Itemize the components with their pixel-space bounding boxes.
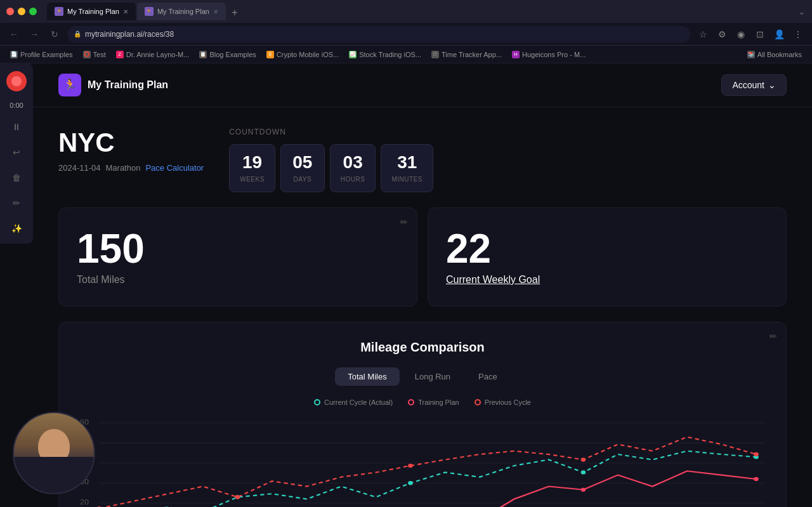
recording-widget: 0:00 ⏸ ↩ 🗑 ✏ ✨: [0, 63, 33, 244]
bookmark-test[interactable]: ⭕ Test: [79, 49, 110, 60]
hours-value: 03: [341, 152, 365, 173]
svg-point-26: [754, 452, 759, 456]
chart-container: 60 50 40 30 20 10: [77, 416, 768, 507]
bookmark-label-4: Blog Examples: [209, 51, 256, 58]
chart-tab-pace[interactable]: Pace: [466, 367, 510, 386]
red-line: [99, 437, 756, 507]
back-button[interactable]: ←: [6, 27, 22, 42]
close-window-button[interactable]: [6, 8, 14, 15]
extensions-button[interactable]: ⚙: [714, 27, 730, 42]
toolbar-actions: ☆ ⚙ ◉ ⊡ 👤 ⋮: [695, 27, 806, 42]
account-label: Account: [732, 80, 764, 90]
total-miles-label: Total Miles: [77, 274, 399, 286]
chart-tab-long-run[interactable]: Long Run: [402, 367, 463, 386]
forward-button[interactable]: →: [27, 27, 42, 42]
chart-tab-total-miles[interactable]: Total Miles: [335, 367, 399, 386]
browser-options-button[interactable]: ⋮: [790, 27, 806, 42]
bookmark-stock[interactable]: 📈 Stock Trading iOS...: [345, 49, 425, 60]
teal-line: [99, 451, 756, 507]
race-title: NYC: [58, 128, 204, 158]
account-chevron-icon: ⌄: [768, 80, 776, 90]
user-account-button[interactable]: 👤: [771, 27, 787, 42]
maximize-window-button[interactable]: [29, 8, 37, 15]
countdown-weeks: 19 WEEKS: [229, 144, 275, 192]
days-value: 05: [291, 152, 314, 173]
bookmark-button[interactable]: ☆: [695, 27, 710, 42]
bookmark-icon-3: Z: [116, 51, 124, 58]
legend-training-plan: Training Plan: [408, 398, 459, 406]
legend-dot-teal: [314, 399, 320, 405]
refresh-button[interactable]: ↻: [47, 27, 62, 42]
undo-icon[interactable]: ↩: [9, 145, 24, 160]
browser-chrome: 🏃 My Training Plan ✕ 🏃 My Training Plan …: [0, 0, 812, 63]
weekly-goal-value: 22: [446, 228, 768, 269]
main-content: 🏃 My Training Plan Account ⌄ NYC 2024-11…: [33, 63, 812, 507]
chart-section: ✏ Mileage Comparison Total Miles Long Ru…: [58, 322, 787, 507]
weeks-unit: WEEKS: [240, 176, 265, 183]
new-tab-button[interactable]: +: [227, 5, 242, 20]
browser-menu-button[interactable]: ⌄: [798, 6, 806, 16]
countdown-minutes: 31 MINUTES: [381, 144, 433, 192]
bookmark-icon-8: H: [512, 51, 520, 58]
pencil-icon[interactable]: ✏: [9, 195, 24, 211]
tab-close-2[interactable]: ✕: [213, 8, 218, 15]
pace-calculator-link[interactable]: Pace Calculator: [145, 163, 204, 173]
race-meta: 2024-11-04 Marathon Pace Calculator: [58, 163, 204, 173]
bookmark-label-5: Crypto Mobile iOS...: [277, 51, 339, 58]
legend-dot-pink: [408, 399, 414, 405]
profile-button[interactable]: ◉: [733, 27, 749, 42]
chart-edit-icon[interactable]: ✏: [769, 331, 777, 341]
bookmark-label-6: Stock Trading iOS...: [359, 51, 421, 58]
bookmark-label-3: Dr. Annie Layno-M...: [126, 51, 190, 58]
tab-favicon-2: 🏃: [145, 7, 154, 16]
address-bar[interactable]: 🔒 mytrainingplan.ai/races/38: [67, 26, 690, 43]
app-header: 🏃 My Training Plan Account ⌄: [33, 63, 812, 107]
race-section: NYC 2024-11-04 Marathon Pace Calculator …: [33, 107, 812, 192]
timer-display: 0:00: [10, 102, 23, 109]
logo-icon: 🏃: [58, 74, 81, 96]
avatar-image: [14, 413, 94, 493]
trash-icon[interactable]: 🗑: [9, 170, 24, 185]
svg-point-21: [754, 477, 759, 481]
weeks-value: 19: [240, 152, 265, 173]
account-button[interactable]: Account ⌄: [721, 74, 787, 96]
bookmark-icon-5: ₿: [266, 51, 274, 58]
pink-line: [99, 471, 756, 507]
tab-close-1[interactable]: ✕: [123, 8, 128, 15]
countdown-boxes: 19 WEEKS 05 DAYS 03 HOURS 31 MINUTES: [229, 144, 787, 192]
cast-button[interactable]: ⊡: [752, 27, 768, 42]
legend-current-cycle: Current Cycle (Actual): [314, 398, 393, 406]
svg-point-24: [408, 464, 413, 468]
bookmark-icon-9: 📚: [747, 51, 755, 58]
pause-icon[interactable]: ⏸: [9, 119, 24, 135]
bookmark-profile-examples[interactable]: 📄 Profile Examples: [6, 49, 77, 60]
minutes-value: 31: [391, 152, 422, 173]
browser-tab-2[interactable]: 🏃 My Training Plan ✕: [137, 3, 226, 20]
svg-point-14: [408, 481, 413, 485]
browser-tabs: 🏃 My Training Plan ✕ 🏃 My Training Plan …: [47, 3, 242, 20]
bookmark-all-bookmarks[interactable]: 📚 All Bookmarks: [743, 49, 806, 60]
bookmark-icon-4: 📋: [199, 51, 207, 58]
bookmark-crypto[interactable]: ₿ Crypto Mobile iOS...: [263, 49, 343, 60]
bookmark-dr-annie[interactable]: Z Dr. Annie Layno-M...: [112, 49, 193, 60]
record-button[interactable]: [6, 71, 27, 91]
legend-label-pink: Training Plan: [418, 398, 459, 406]
browser-titlebar: 🏃 My Training Plan ✕ 🏃 My Training Plan …: [0, 0, 812, 23]
tab-label-2: My Training Plan: [157, 8, 209, 15]
countdown-label: COUNTDOWN: [229, 128, 787, 136]
sparkles-icon[interactable]: ✨: [9, 221, 24, 236]
bookmark-timetracker[interactable]: ⏱ Time Tracker App...: [428, 49, 506, 60]
bookmark-blog[interactable]: 📋 Blog Examples: [195, 49, 259, 60]
chart-svg: 60 50 40 30 20 10: [77, 416, 768, 507]
weekly-goal-label[interactable]: Current Weekly Goal: [446, 274, 768, 286]
countdown-section: COUNTDOWN 19 WEEKS 05 DAYS 03 HOURS 31 M…: [229, 128, 787, 192]
bookmark-hugeicons[interactable]: H Hugeicons Pro - M...: [508, 49, 589, 60]
app-logo: 🏃 My Training Plan: [58, 74, 168, 96]
race-info: NYC 2024-11-04 Marathon Pace Calculator: [58, 128, 204, 173]
total-miles-card: ✏ 150 Total Miles: [58, 207, 417, 306]
total-miles-edit-icon[interactable]: ✏: [400, 217, 408, 227]
chart-title: Mileage Comparison: [77, 340, 768, 355]
window-controls: [6, 8, 37, 15]
browser-tab-1[interactable]: 🏃 My Training Plan ✕: [47, 3, 136, 20]
minimize-window-button[interactable]: [18, 8, 25, 15]
